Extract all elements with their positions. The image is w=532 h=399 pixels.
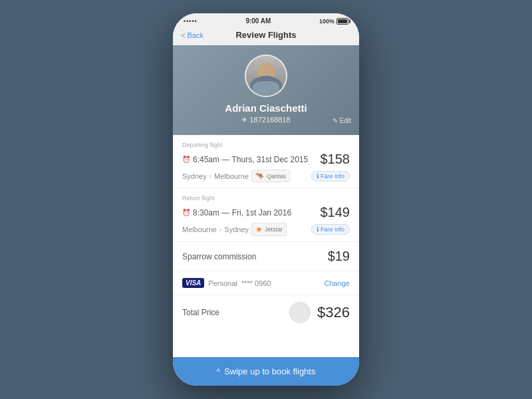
- departing-flight-route: Sydney › Melbourne 🦘 Qantas: [182, 170, 290, 182]
- commission-row: Sparrow commission $19: [173, 242, 359, 271]
- clock-icon-return: ⏰: [182, 209, 190, 216]
- battery-percent: 100%: [319, 18, 334, 25]
- back-button[interactable]: < Back: [181, 31, 203, 39]
- status-time: 9:00 AM: [245, 17, 271, 25]
- return-flight-time: ⏰ 8:30am — Fri, 1st Jan 2016: [182, 208, 291, 217]
- arrow-right-icon-return: ›: [219, 226, 221, 233]
- battery-indicator: 100%: [319, 18, 348, 25]
- payment-row: VISA Personal **** 0960 Change: [173, 271, 359, 295]
- return-flight-route: Melbourne › Sydney ★ Jetstar: [182, 223, 287, 236]
- departing-fare-info-button[interactable]: ℹ Fare Info: [311, 171, 350, 182]
- toggle-circle[interactable]: [289, 302, 311, 323]
- nav-bar: < Back Review Flights: [173, 27, 359, 45]
- clock-icon: ⏰: [182, 156, 190, 163]
- commission-label: Sparrow commission: [182, 252, 256, 261]
- departing-flight-section: Departing flight ⏰ 6:45am — Thurs, 31st …: [173, 135, 359, 188]
- phone-frame: ••••• 9:00 AM 100% < Back Review Flights: [173, 13, 359, 386]
- chevron-up-icon: ^: [217, 367, 221, 376]
- total-label: Total Price: [182, 308, 219, 317]
- commission-price: $19: [328, 249, 350, 264]
- total-row: Total Price $326: [173, 295, 359, 330]
- return-flight-section: Return flight ⏰ 8:30am — Fri, 1st Jan 20…: [173, 188, 359, 242]
- departing-flight-label: Departing flight: [182, 142, 350, 148]
- change-payment-button[interactable]: Change: [324, 279, 350, 287]
- jetstar-badge: ★ Jetstar: [251, 223, 287, 236]
- return-fare-info-button[interactable]: ℹ Fare Info: [311, 224, 350, 235]
- signal-dots: •••••: [184, 18, 198, 25]
- avatar: [245, 55, 287, 97]
- content-area: Departing flight ⏰ 6:45am — Thurs, 31st …: [173, 135, 359, 357]
- total-price: $326: [317, 304, 350, 321]
- arrow-right-icon: ›: [209, 172, 211, 180]
- payment-card: **** 0960: [241, 279, 271, 287]
- profile-phone: ✈ 1872168818: [241, 116, 290, 124]
- battery-icon: [336, 18, 348, 25]
- page-title: Review Flights: [235, 30, 296, 40]
- payment-type: Personal: [208, 279, 237, 287]
- visa-logo: VISA: [182, 278, 204, 288]
- departing-flight-time: ⏰ 6:45am — Thurs, 31st Dec 2015: [182, 155, 308, 164]
- profile-name: Adrian Ciaschetti: [225, 102, 307, 114]
- profile-section: Adrian Ciaschetti ✈ 1872168818 ✎ Edit: [173, 45, 359, 135]
- status-bar: ••••• 9:00 AM 100%: [173, 13, 359, 27]
- return-flight-label: Return flight: [182, 195, 350, 201]
- swipe-label: Swipe up to book flights: [224, 366, 315, 376]
- edit-button[interactable]: ✎ Edit: [332, 117, 351, 124]
- departing-flight-price: $158: [321, 152, 350, 167]
- book-flights-button[interactable]: ^ Swipe up to book flights: [173, 357, 359, 386]
- return-flight-price: $149: [321, 205, 350, 220]
- qantas-badge: 🦘 Qantas: [251, 170, 290, 182]
